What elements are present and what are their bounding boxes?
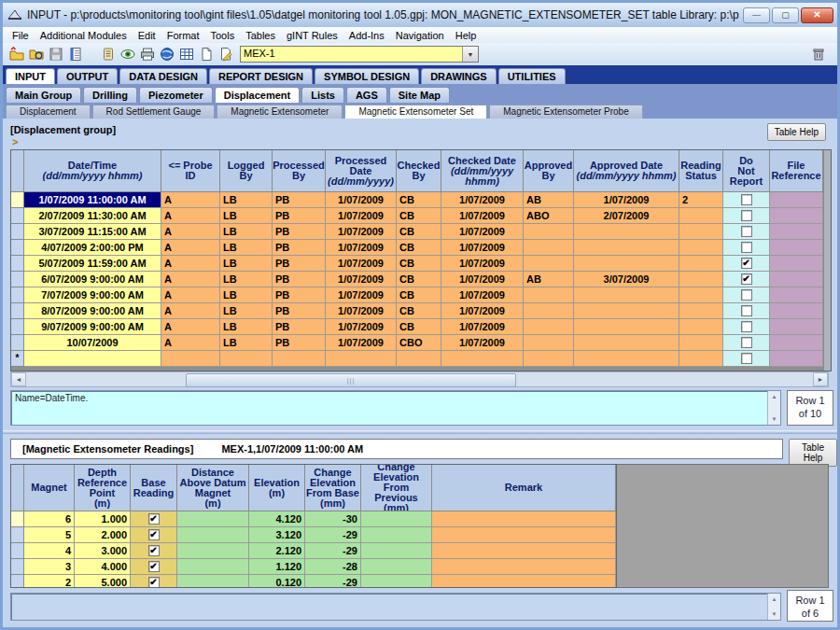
file_reference-cell[interactable]: [770, 303, 823, 319]
do_not_report-cell[interactable]: [723, 192, 770, 208]
checked_by-cell[interactable]: CB: [397, 287, 441, 303]
tab-piezometer[interactable]: Piezometer: [139, 87, 213, 103]
do_not_report-checkbox[interactable]: [741, 289, 752, 301]
change_from_previous-cell[interactable]: [361, 575, 432, 588]
approved_date-cell[interactable]: [574, 319, 679, 335]
distance_above_datum-cell[interactable]: [177, 511, 249, 527]
toolbar-button-preview-folder[interactable]: [26, 45, 46, 63]
do_not_report-checkbox[interactable]: [741, 242, 752, 253]
file_reference-cell[interactable]: [770, 272, 823, 287]
logged_by-cell[interactable]: LB: [220, 272, 273, 287]
checked_date-cell[interactable]: 1/07/2009: [441, 208, 524, 224]
tab-main-group[interactable]: Main Group: [6, 87, 81, 103]
tab-report-design[interactable]: REPORT DESIGN: [209, 68, 313, 84]
do_not_report-cell[interactable]: [723, 335, 770, 351]
distance_above_datum-cell[interactable]: [177, 575, 249, 588]
menu-format[interactable]: Format: [161, 29, 205, 42]
logged_by-cell[interactable]: LB: [220, 208, 273, 224]
displacement-table-hscrollbar[interactable]: ◄ ||| ►: [10, 371, 829, 387]
logged_by-cell[interactable]: LB: [220, 224, 273, 240]
row-selector[interactable]: [11, 303, 24, 319]
toolbar-button-edit-document[interactable]: [216, 45, 235, 63]
reading_status-cell[interactable]: [679, 303, 723, 319]
tab-ags[interactable]: AGS: [346, 87, 387, 103]
base_reading-cell[interactable]: [131, 543, 177, 559]
logged_by-cell[interactable]: LB: [220, 335, 273, 351]
menu-help[interactable]: Help: [450, 29, 483, 42]
file_reference-cell[interactable]: [770, 287, 823, 303]
file_reference-cell[interactable]: [770, 335, 823, 351]
menu-edit[interactable]: Edit: [133, 29, 161, 42]
row-selector[interactable]: [11, 272, 24, 287]
menu-tables[interactable]: Tables: [240, 29, 281, 42]
processed_by-cell[interactable]: PB: [273, 287, 326, 303]
row-selector[interactable]: [11, 192, 24, 208]
checked_date-cell[interactable]: 1/07/2009: [441, 335, 524, 351]
row-selector[interactable]: [11, 256, 24, 272]
checked_date-cell[interactable]: 1/07/2009: [441, 287, 524, 303]
processed_date-cell[interactable]: 1/07/2009: [326, 272, 397, 287]
subtab-displacement[interactable]: Displacement: [6, 105, 91, 119]
probe_id-cell[interactable]: A: [161, 272, 220, 287]
do_not_report-cell[interactable]: [723, 208, 770, 224]
distance_above_datum-cell[interactable]: [177, 559, 249, 575]
scroll-down-icon[interactable]: ▼: [768, 413, 780, 425]
do_not_report-cell[interactable]: [723, 256, 770, 272]
base_reading-cell[interactable]: [131, 511, 177, 527]
logged_by-cell[interactable]: LB: [220, 287, 273, 303]
date-cell[interactable]: 5/07/2009 11:59:00 AM: [24, 256, 161, 272]
depth_reference_point-cell[interactable]: 1.000: [75, 511, 131, 527]
processed_date-cell[interactable]: [326, 351, 397, 367]
do_not_report-cell[interactable]: [723, 272, 770, 287]
scroll-up-icon[interactable]: ▲: [768, 594, 780, 605]
checked_by-cell[interactable]: CB: [397, 319, 441, 335]
checked_date-cell[interactable]: 1/07/2009: [441, 319, 524, 335]
remark-cell[interactable]: [432, 559, 616, 575]
tab-displacement[interactable]: Displacement: [215, 87, 301, 103]
menu-additional-modules[interactable]: Additional Modules: [35, 29, 133, 42]
probe_id-cell[interactable]: A: [161, 287, 220, 303]
tab-site-map[interactable]: Site Map: [389, 87, 450, 103]
probe_id-cell[interactable]: A: [161, 224, 220, 240]
magnet-cell[interactable]: 6: [24, 511, 75, 527]
toolbar-button-table[interactable]: [176, 45, 196, 63]
processed_date-cell[interactable]: 1/07/2009: [326, 335, 397, 351]
file_reference-cell[interactable]: [770, 192, 823, 208]
subtab-magnetic-extensometer[interactable]: Magnetic Extensometer: [217, 105, 343, 119]
processed_by-cell[interactable]: PB: [273, 319, 326, 335]
probe_id-cell[interactable]: A: [161, 240, 220, 256]
probe_id-cell[interactable]: A: [161, 256, 220, 272]
do_not_report-cell[interactable]: [723, 240, 770, 256]
logged_by-cell[interactable]: LB: [220, 303, 273, 319]
do_not_report-checkbox[interactable]: [741, 321, 752, 332]
approved_date-cell[interactable]: [574, 287, 679, 303]
processed_date-cell[interactable]: 1/07/2009: [326, 287, 397, 303]
processed_date-cell[interactable]: 1/07/2009: [326, 208, 397, 224]
toolbar-button-view-eye[interactable]: [118, 45, 137, 63]
row-selector[interactable]: [11, 559, 24, 575]
date-cell[interactable]: [24, 351, 161, 367]
base_reading-checkbox[interactable]: [148, 529, 160, 540]
change_from_previous-cell[interactable]: [361, 511, 432, 527]
approved_by-cell[interactable]: AB: [524, 192, 574, 208]
reading_status-cell[interactable]: [679, 208, 723, 224]
logged_by-cell[interactable]: LB: [220, 192, 273, 208]
approved_date-cell[interactable]: 2/07/2009: [574, 208, 679, 224]
approved_date-cell[interactable]: [574, 335, 679, 351]
scroll-up-icon[interactable]: ▲: [768, 391, 780, 402]
approved_by-cell[interactable]: [524, 303, 574, 319]
displacement-table-vscrollbar[interactable]: [823, 150, 831, 371]
processed_date-cell[interactable]: 1/07/2009: [326, 303, 397, 319]
subtab-magnetic-extensometer-set[interactable]: Magnetic Extensometer Set: [344, 105, 487, 119]
approved_by-cell[interactable]: [524, 335, 574, 351]
row-selector[interactable]: [11, 319, 24, 335]
elevation-cell[interactable]: 3.120: [249, 527, 305, 543]
menu-tools[interactable]: Tools: [205, 29, 241, 42]
scroll-right-icon[interactable]: ►: [813, 372, 828, 386]
table-help-button-bottom[interactable]: Table Help: [789, 439, 837, 467]
do_not_report-checkbox[interactable]: [741, 258, 752, 269]
approved_by-cell[interactable]: [524, 224, 574, 240]
processed_by-cell[interactable]: PB: [273, 256, 326, 272]
do_not_report-cell[interactable]: [723, 303, 770, 319]
row-selector[interactable]: [11, 543, 24, 559]
